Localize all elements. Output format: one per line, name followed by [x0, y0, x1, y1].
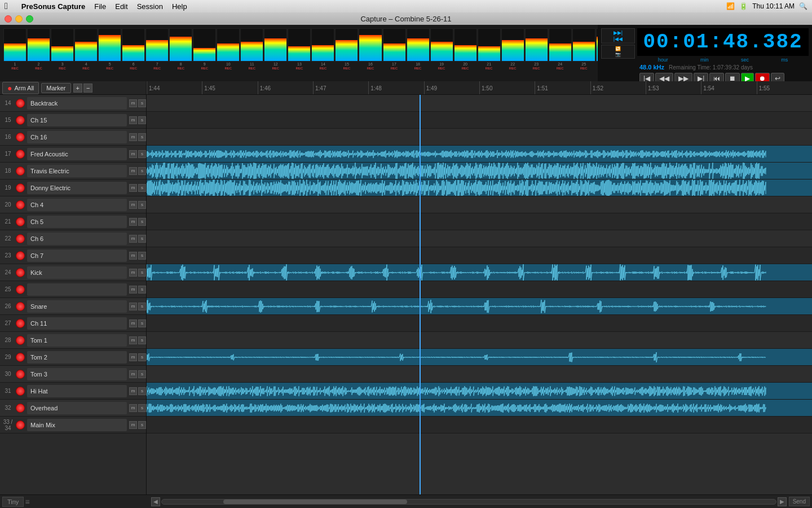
track-name-16[interactable]: Ch 16 [27, 131, 127, 143]
solo-btn-19[interactable]: s [138, 184, 146, 192]
track-lane-32[interactable] [147, 400, 812, 417]
track-lane-31[interactable] [147, 383, 812, 400]
track-name-17[interactable]: Fred Acoustic [27, 148, 127, 160]
track-rec-btn-32[interactable] [16, 404, 25, 413]
mute-btn-17[interactable]: m [129, 150, 137, 158]
solo-btn-26[interactable]: s [138, 303, 146, 310]
menu-session[interactable]: Session [137, 2, 163, 11]
solo-btn-20[interactable]: s [138, 201, 146, 209]
track-rec-btn-28[interactable] [16, 336, 25, 345]
arm-all-button[interactable]: ● Arm All [2, 82, 39, 94]
transport-icon-4[interactable]: 📷 [603, 52, 633, 57]
solo-btn-16[interactable]: s [138, 133, 146, 141]
app-name[interactable]: PreSonus Capture [21, 2, 85, 11]
mute-btn-24[interactable]: m [129, 269, 137, 277]
track-name-19[interactable]: Donny Electric [27, 182, 127, 194]
track-rec-btn-25[interactable] [16, 285, 25, 294]
track-lane-29[interactable] [147, 349, 812, 366]
mute-btn-30[interactable]: m [129, 370, 137, 378]
track-rec-btn-24[interactable] [16, 268, 25, 277]
track-lane-16[interactable] [147, 129, 812, 146]
mute-btn-23[interactable]: m [129, 252, 137, 260]
track-name-30[interactable]: Tom 3 [27, 368, 127, 380]
track-name-23[interactable]: Ch 7 [27, 249, 127, 262]
track-rec-btn-23[interactable] [16, 251, 25, 260]
track-rec-btn-33 / 34[interactable] [16, 421, 25, 430]
scroll-left-btn[interactable]: ◀ [151, 497, 160, 506]
marker-remove-btn[interactable]: − [83, 84, 92, 93]
menu-help[interactable]: Help [172, 2, 187, 11]
solo-btn-24[interactable]: s [138, 269, 146, 277]
track-lane-21[interactable] [147, 213, 812, 230]
solo-btn-21[interactable]: s [138, 218, 146, 226]
mute-btn-28[interactable]: m [129, 336, 137, 344]
track-name-21[interactable]: Ch 5 [27, 216, 127, 228]
solo-btn-28[interactable]: s [138, 336, 146, 344]
track-lane-20[interactable] [147, 196, 812, 213]
marker-button[interactable]: Marker [41, 83, 70, 93]
marker-add-btn[interactable]: + [73, 84, 82, 93]
mute-btn-33 / 34[interactable]: m [129, 421, 137, 429]
mute-btn-15[interactable]: m [129, 116, 137, 124]
mute-btn-31[interactable]: m [129, 387, 137, 395]
track-lane-14[interactable] [147, 95, 812, 112]
track-lane-24[interactable] [147, 264, 812, 281]
solo-btn-30[interactable]: s [138, 370, 146, 378]
solo-btn-33 / 34[interactable]: s [138, 421, 146, 429]
track-rec-btn-16[interactable] [16, 133, 25, 142]
menu-file[interactable]: File [94, 2, 106, 11]
track-rec-btn-19[interactable] [16, 183, 25, 192]
track-name-18[interactable]: Travis Electric [27, 165, 127, 177]
track-rec-btn-31[interactable] [16, 387, 25, 396]
track-rec-btn-26[interactable] [16, 302, 25, 311]
mute-btn-14[interactable]: m [129, 99, 137, 107]
solo-btn-14[interactable]: s [138, 99, 146, 107]
track-lane-28[interactable] [147, 332, 812, 349]
track-name-15[interactable]: Ch 15 [27, 114, 127, 126]
track-name-33 / 34[interactable]: Main Mix [27, 419, 127, 431]
solo-btn-25[interactable]: s [138, 286, 146, 294]
solo-btn-17[interactable]: s [138, 150, 146, 158]
horizontal-scrollbar[interactable] [161, 499, 776, 505]
mute-btn-21[interactable]: m [129, 218, 137, 226]
scrollbar-thumb[interactable] [223, 500, 408, 504]
search-icon[interactable]: 🔍 [799, 2, 807, 10]
track-name-25[interactable] [27, 283, 127, 296]
track-rec-btn-30[interactable] [16, 370, 25, 379]
track-lane-17[interactable] [147, 146, 812, 163]
tracks-canvas[interactable] [147, 95, 812, 494]
solo-btn-29[interactable]: s [138, 353, 146, 361]
track-rec-btn-27[interactable] [16, 319, 25, 328]
track-lane-25[interactable] [147, 281, 812, 298]
solo-btn-32[interactable]: s [138, 404, 146, 412]
track-lane-22[interactable] [147, 230, 812, 247]
mute-btn-19[interactable]: m [129, 184, 137, 192]
solo-btn-18[interactable]: s [138, 167, 146, 175]
track-name-26[interactable]: Snare [27, 300, 127, 313]
track-name-14[interactable]: Backtrack [27, 97, 127, 110]
track-lane-19[interactable] [147, 179, 812, 196]
minimize-button[interactable] [15, 15, 23, 23]
solo-btn-23[interactable]: s [138, 252, 146, 260]
track-name-28[interactable]: Tom 1 [27, 334, 127, 347]
track-rec-btn-21[interactable] [16, 217, 25, 226]
mute-btn-27[interactable]: m [129, 319, 137, 327]
track-name-31[interactable]: Hi Hat [27, 385, 127, 397]
track-lane-30[interactable] [147, 366, 812, 383]
track-name-20[interactable]: Ch 4 [27, 199, 127, 211]
track-rec-btn-20[interactable] [16, 200, 25, 209]
track-rec-btn-15[interactable] [16, 116, 25, 125]
track-rec-btn-17[interactable] [16, 150, 25, 159]
track-lane-27[interactable] [147, 315, 812, 332]
mute-btn-29[interactable]: m [129, 353, 137, 361]
scroll-right-btn[interactable]: ▶ [778, 497, 787, 506]
transport-icon-2[interactable]: |◀◀ [603, 36, 633, 42]
track-rec-btn-22[interactable] [16, 234, 25, 243]
track-rec-btn-29[interactable] [16, 353, 25, 362]
mute-btn-25[interactable]: m [129, 286, 137, 294]
mute-btn-20[interactable]: m [129, 201, 137, 209]
footer-panel-icon[interactable]: ≡ [25, 497, 29, 506]
mute-btn-22[interactable]: m [129, 235, 137, 243]
menu-edit[interactable]: Edit [115, 2, 127, 11]
solo-btn-22[interactable]: s [138, 235, 146, 243]
